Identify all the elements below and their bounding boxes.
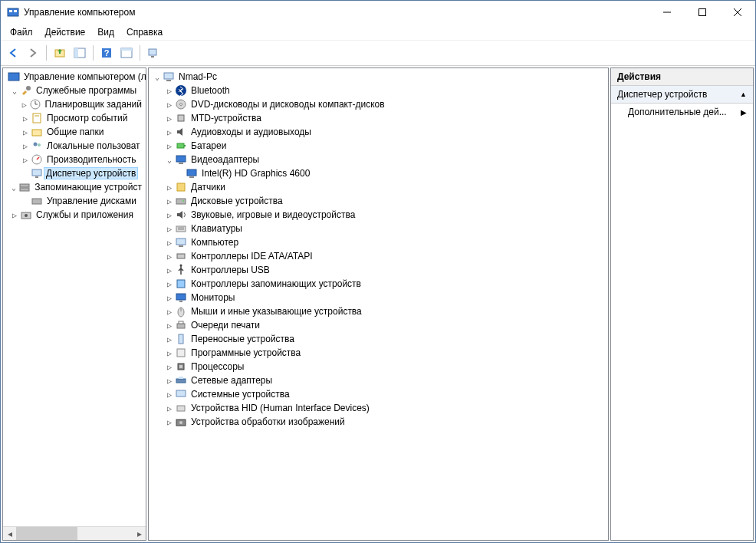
device-category[interactable]: ▷Батареи	[149, 139, 608, 153]
device-category[interactable]: ▷Клавиатуры	[149, 222, 608, 235]
expand-icon[interactable]: ▷	[164, 197, 175, 206]
collapse-icon[interactable]: ⌄	[152, 73, 163, 81]
close-button[interactable]	[720, 1, 755, 24]
device-category[interactable]: ▷Процессоры	[149, 360, 608, 374]
menu-help[interactable]: Справка	[120, 25, 169, 39]
tree-item[interactable]: Диспетчер устройств	[3, 166, 146, 180]
menu-file[interactable]: Файл	[4, 25, 39, 39]
expand-icon[interactable]: ▷	[164, 294, 175, 302]
device-category[interactable]: ▷Аудиовходы и аудиовыходы	[149, 125, 608, 139]
toolbar-separator	[140, 45, 140, 61]
device-category[interactable]: ▷Датчики	[149, 180, 608, 194]
expand-icon[interactable]: ▷	[164, 114, 175, 123]
expand-icon[interactable]: ▷	[20, 100, 29, 109]
properties-button[interactable]	[117, 44, 136, 62]
actions-more[interactable]: Дополнительные дей... ▶	[611, 104, 753, 120]
device-category[interactable]: ▷Компьютер	[149, 235, 608, 249]
tree-item[interactable]: ▷Производительность	[3, 153, 146, 166]
expand-icon[interactable]: ▷	[164, 239, 175, 247]
tree-group-services[interactable]: ▷ Службы и приложения	[3, 208, 146, 222]
expand-icon[interactable]: ▷	[164, 100, 175, 109]
device-category[interactable]: ▷Программные устройства	[149, 346, 608, 360]
expand-icon[interactable]: ▷	[164, 377, 175, 385]
expand-icon[interactable]: ▷	[164, 404, 175, 413]
expand-icon[interactable]: ▷	[20, 114, 31, 123]
expand-icon[interactable]: ▷	[164, 418, 175, 426]
device-category[interactable]: ▷Устройства HID (Human Interface Devices…	[149, 401, 608, 415]
device-category[interactable]: ▷Bluetooth	[149, 84, 608, 97]
up-button[interactable]	[51, 44, 69, 62]
expand-icon[interactable]: ▷	[164, 128, 175, 137]
menu-view[interactable]: Вид	[91, 25, 120, 39]
expand-icon[interactable]: ▷	[164, 211, 175, 219]
expand-icon[interactable]: ▷	[9, 211, 20, 219]
tree-item[interactable]: ▷Управление дисками	[3, 194, 146, 208]
usb-icon	[175, 264, 187, 276]
device-category[interactable]: ▷Контроллеры USB	[149, 263, 608, 277]
expand-icon[interactable]: ▷	[164, 349, 175, 357]
expand-icon[interactable]: ▷	[164, 280, 175, 288]
device-item[interactable]: Intel(R) HD Graphics 4600	[149, 166, 608, 180]
expand-icon[interactable]: ▷	[164, 321, 175, 330]
expand-icon[interactable]: ▷	[20, 142, 31, 150]
device-category[interactable]: ▷Устройства обработки изображений	[149, 415, 608, 429]
tree-root[interactable]: ▷ Управление компьютером (л	[3, 70, 146, 84]
device-category[interactable]: ▷DVD-дисководы и дисководы компакт-диско…	[149, 97, 608, 111]
device-category[interactable]: ▷Мониторы	[149, 291, 608, 304]
tree-item[interactable]: ▷Просмотр событий	[3, 111, 146, 125]
scroll-right-icon[interactable]: ▸	[133, 527, 146, 540]
back-button[interactable]	[4, 44, 22, 62]
refresh-button[interactable]	[144, 44, 163, 62]
expand-icon[interactable]: ▷	[20, 128, 31, 137]
device-category[interactable]: ▷Очереди печати	[149, 318, 608, 332]
device-root[interactable]: ⌄ Nmad-Pc	[149, 70, 608, 84]
help-button[interactable]: ?	[97, 44, 116, 62]
expand-icon[interactable]: ▷	[164, 225, 175, 233]
svg-rect-41	[184, 145, 186, 146]
console-tree[interactable]: ▷ Управление компьютером (л ⌄ Служебные …	[3, 68, 146, 526]
actions-subheader[interactable]: Диспетчер устройств ▲	[611, 86, 753, 104]
expand-icon[interactable]: ▷	[20, 156, 31, 164]
scroll-track[interactable]	[16, 527, 133, 540]
expand-icon[interactable]: ▷	[164, 266, 175, 275]
svg-rect-68	[179, 377, 183, 379]
scroll-thumb[interactable]	[16, 527, 77, 540]
svg-rect-46	[177, 183, 185, 191]
minimize-button[interactable]	[649, 1, 685, 24]
device-category[interactable]: ▷Переносные устройства	[149, 332, 608, 346]
expand-icon[interactable]: ▷	[164, 252, 175, 261]
expand-icon[interactable]: ▷	[164, 142, 175, 150]
expand-icon[interactable]: ⌄	[164, 156, 175, 164]
expand-icon[interactable]: ▷	[164, 308, 175, 316]
tree-item[interactable]: ▷Общие папки	[3, 125, 146, 139]
expand-icon[interactable]: ▷	[164, 390, 175, 399]
expand-icon[interactable]: ▷	[164, 335, 175, 344]
computer-icon	[163, 71, 175, 83]
device-category[interactable]: ▷Мыши и иные указывающие устройства	[149, 304, 608, 318]
device-category[interactable]: ⌄Видеоадаптеры	[149, 153, 608, 166]
forward-button[interactable]	[24, 44, 42, 62]
cpu-icon	[175, 360, 187, 373]
collapse-icon[interactable]: ▲	[740, 90, 747, 98]
device-category[interactable]: ▷Контроллеры запоминающих устройств	[149, 277, 608, 291]
tree-group-storage[interactable]: ⌄ Запоминающие устройст	[3, 180, 146, 194]
device-category[interactable]: ▷Системные устройства	[149, 387, 608, 401]
maximize-button[interactable]	[685, 1, 720, 24]
device-category[interactable]: ▷MTD-устройства	[149, 111, 608, 125]
tree-group-system-tools[interactable]: ⌄ Служебные программы	[3, 84, 146, 97]
device-category[interactable]: ▷Сетевые адаптеры	[149, 374, 608, 387]
expand-icon[interactable]: ▷	[164, 87, 175, 95]
collapse-icon[interactable]: ⌄	[9, 87, 20, 95]
horizontal-scrollbar[interactable]: ◂ ▸	[3, 526, 146, 540]
scroll-left-icon[interactable]: ◂	[3, 527, 16, 540]
collapse-icon[interactable]: ⌄	[9, 183, 18, 192]
tree-item[interactable]: ▷Локальные пользоват	[3, 139, 146, 153]
device-category[interactable]: ▷Звуковые, игровые и видеоустройства	[149, 208, 608, 222]
tree-item[interactable]: ▷Планировщик заданий	[3, 97, 146, 111]
menu-action[interactable]: Действие	[39, 25, 92, 39]
show-hide-tree-button[interactable]	[71, 44, 89, 62]
expand-icon[interactable]: ▷	[164, 183, 175, 192]
device-category[interactable]: ▷Дисковые устройства	[149, 194, 608, 208]
device-category[interactable]: ▷Контроллеры IDE ATA/ATAPI	[149, 249, 608, 263]
expand-icon[interactable]: ▷	[164, 363, 175, 371]
